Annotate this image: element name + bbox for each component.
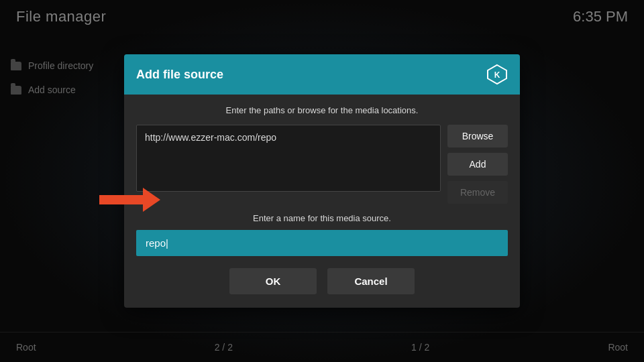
svg-text:K: K bbox=[494, 70, 500, 80]
kodi-logo: K bbox=[486, 64, 508, 85]
add-button[interactable]: Add bbox=[447, 153, 508, 176]
add-file-source-dialog: Add file source K Enter the paths or bro… bbox=[124, 54, 520, 308]
browse-button[interactable]: Browse bbox=[447, 125, 508, 147]
modal-overlay: Add file source K Enter the paths or bro… bbox=[0, 0, 644, 362]
dialog-body: Enter the paths or browse for the media … bbox=[124, 95, 520, 308]
source-url-display[interactable]: http://www.ezzer-mac.com/repo bbox=[136, 125, 441, 192]
ok-button[interactable]: OK bbox=[229, 268, 317, 294]
arrow-body bbox=[99, 195, 143, 204]
cancel-button[interactable]: Cancel bbox=[327, 268, 415, 294]
arrow-head bbox=[143, 188, 160, 212]
dialog-subtitle: Enter the paths or browse for the media … bbox=[136, 105, 508, 115]
name-input[interactable] bbox=[136, 230, 508, 256]
source-row: http://www.ezzer-mac.com/repo Browse Add… bbox=[136, 125, 508, 204]
dialog-actions: OK Cancel bbox=[136, 268, 508, 294]
dialog-title: Add file source bbox=[136, 68, 223, 82]
remove-button[interactable]: Remove bbox=[447, 181, 508, 204]
dialog-header: Add file source K bbox=[124, 54, 520, 95]
source-buttons: Browse Add Remove bbox=[447, 125, 508, 204]
name-label: Enter a name for this media source. bbox=[136, 213, 508, 223]
arrow-indicator bbox=[99, 188, 160, 212]
